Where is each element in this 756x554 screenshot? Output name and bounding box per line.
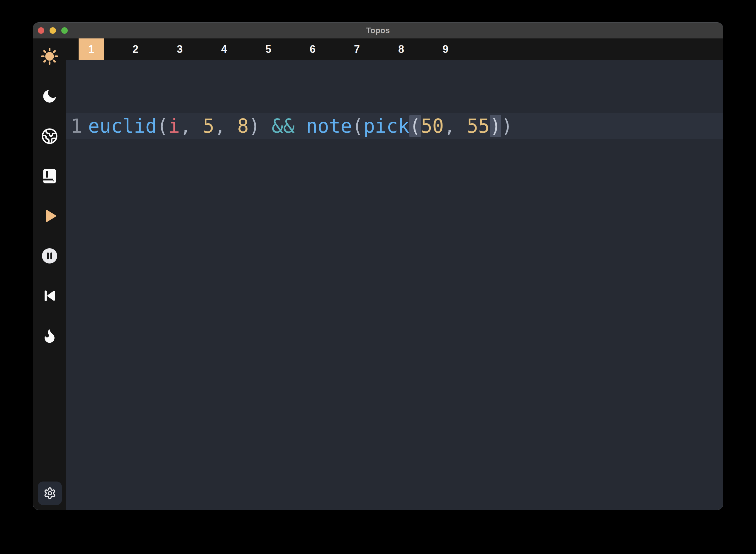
tab-bar: 123456789 [66,39,723,60]
flame-icon [41,327,58,344]
code-token: 5 [203,115,214,137]
moon-icon [41,88,58,105]
book-icon [41,168,58,184]
code-token: ( [352,115,363,137]
code-line: 1 euclid(i, 5, 8) && note(pick(50, 55)) [66,113,723,139]
tab-4[interactable]: 4 [211,39,237,60]
code-token: ) [501,115,513,137]
rewind-button[interactable] [41,288,58,304]
zoom-button[interactable] [61,27,68,34]
close-button[interactable] [38,27,44,34]
main-area: 123456789 1 euclid(i, 5, 8) && note(pick… [33,39,723,510]
tab-2[interactable]: 2 [123,39,148,60]
tab-1[interactable]: 1 [79,39,104,60]
flame-button[interactable] [41,327,58,344]
code-token: 8 [237,115,249,137]
window-title: Topos [366,26,390,35]
play-icon [41,208,58,224]
globe-icon [41,128,58,145]
code-token: euclid [88,115,157,137]
code-token: ( [410,115,421,137]
tab-3[interactable]: 3 [167,39,192,60]
content-area: 123456789 1 euclid(i, 5, 8) && note(pick… [66,39,723,510]
code-token: && [271,115,295,137]
tab-5[interactable]: 5 [256,39,281,60]
tab-8[interactable]: 8 [389,39,414,60]
title-bar: Topos [33,22,723,39]
code-token: 50 [421,115,444,137]
code-editor[interactable]: 1 euclid(i, 5, 8) && note(pick(50, 55)) [66,60,723,510]
pause-icon [41,247,58,264]
sidebar [33,39,66,510]
globe-button[interactable] [41,128,58,144]
minimize-button[interactable] [50,27,56,34]
code-line-content: euclid(i, 5, 8) && note(pick(50, 55)) [88,113,513,139]
sun-icon [41,48,58,65]
docs-button[interactable] [41,168,58,184]
theme-dark-button[interactable] [41,88,58,105]
code-token [295,115,306,137]
code-token: ) [249,115,271,137]
traffic-lights [38,27,68,34]
line-number: 1 [66,113,82,139]
gear-icon [44,487,56,500]
code-token: pick [363,115,410,137]
code-token: 55 [467,115,490,137]
theme-light-button[interactable] [41,48,58,64]
code-token: , [444,115,466,137]
code-token: ) [490,115,501,137]
code-token: i [168,115,180,137]
code-token: note [306,115,352,137]
play-button[interactable] [41,208,58,224]
code-token: ( [157,115,168,137]
tab-6[interactable]: 6 [300,39,325,60]
settings-button[interactable] [38,482,62,505]
code-token: , [214,115,237,137]
skip-back-icon [41,287,58,304]
app-window: Topos 123456789 1 euclid(i, 5, 8) && not… [33,22,723,510]
code-token: , [180,115,203,137]
tab-9[interactable]: 9 [433,39,458,60]
tab-7[interactable]: 7 [344,39,370,60]
pause-button[interactable] [41,247,58,264]
